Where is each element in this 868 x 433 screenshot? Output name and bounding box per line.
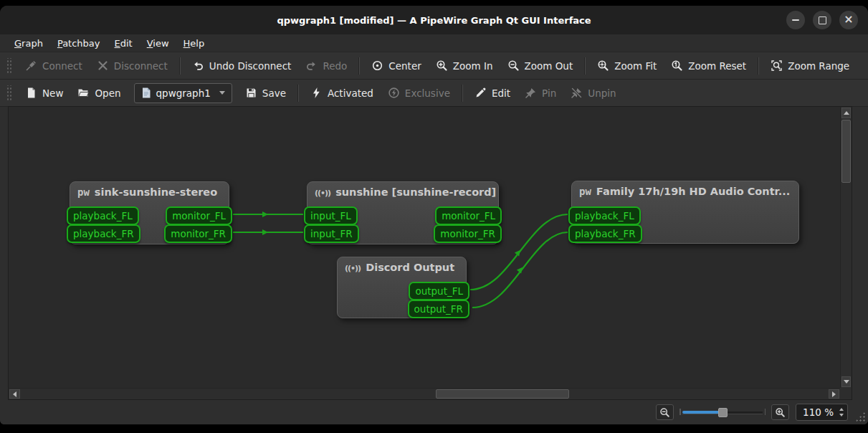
new-button[interactable]: New — [18, 83, 70, 103]
port-playback_FR[interactable]: playback_FR — [568, 224, 642, 243]
node-family-hd-audio[interactable]: Family 17h/19h HD Audio Contr... playbac… — [571, 181, 799, 244]
minimize-button[interactable] — [786, 11, 805, 29]
vertical-scrollbar[interactable] — [840, 107, 852, 388]
port-playback_FR[interactable]: playback_FR — [67, 224, 140, 243]
center-label: Center — [388, 60, 421, 72]
connect-button[interactable]: Connect — [18, 56, 90, 75]
toolbar-separator — [358, 57, 360, 75]
zoom-in-label: Zoom In — [453, 60, 493, 72]
toolbar-separator — [462, 85, 463, 102]
port-output_FL[interactable]: output_FL — [409, 282, 469, 300]
zoom-slider-handle[interactable] — [718, 408, 728, 417]
node-title: Family 17h/19h HD Audio Contr... — [596, 186, 790, 197]
arrow-right-icon — [832, 391, 836, 397]
connect-label: Connect — [42, 60, 82, 72]
statusbar: 110 % — [0, 400, 868, 424]
edit-button[interactable]: Edit — [467, 83, 518, 103]
exclusive-label: Exclusive — [405, 87, 450, 99]
menu-edit[interactable]: Edit — [108, 37, 140, 50]
port-monitor_FR[interactable]: monitor_FR — [434, 224, 502, 243]
statusbar-zoom-out-button[interactable] — [656, 404, 674, 420]
disconnect-icon — [97, 60, 109, 72]
scroll-left-button[interactable] — [9, 389, 20, 399]
zoom-out-label: Zoom Out — [525, 60, 573, 72]
maximize-button[interactable] — [813, 11, 831, 29]
patchbay-file-icon — [141, 87, 151, 98]
stream-icon — [345, 262, 361, 273]
zoom-spinbox[interactable]: 110 % — [796, 404, 848, 421]
scrollbar-corner — [840, 388, 852, 399]
horizontal-scrollbar[interactable] — [9, 388, 840, 399]
menu-patchbay[interactable]: Patchbay — [50, 37, 108, 50]
toolbar-graph: Connect Disconnect Undo Disconnect Redo — [0, 52, 868, 80]
patchbay-profile-select[interactable]: qpwgraph1 — [134, 83, 232, 103]
menu-view[interactable]: View — [140, 37, 176, 50]
port-monitor_FR[interactable]: monitor_FR — [164, 224, 232, 243]
center-button[interactable]: Center — [364, 56, 428, 75]
scroll-down-button[interactable] — [841, 376, 851, 387]
node-sunshine[interactable]: sunshine [sunshine-record] input_FL inpu… — [307, 181, 499, 244]
node-discord-output[interactable]: Discord Output output_FL output_FR — [337, 257, 467, 318]
zoom-range-label: Zoom Range — [788, 60, 849, 72]
disconnect-button[interactable]: Disconnect — [90, 56, 175, 75]
wire-arrow — [515, 248, 523, 256]
port-output_FR[interactable]: output_FR — [408, 300, 469, 318]
activated-bolt-icon — [310, 87, 323, 99]
open-folder-icon — [77, 87, 90, 99]
spin-up-icon[interactable] — [839, 408, 844, 411]
save-button[interactable]: Save — [238, 83, 293, 103]
zoom-range-icon — [771, 60, 783, 72]
exclusive-button[interactable]: Exclusive — [381, 83, 457, 103]
horizontal-scrollbar-thumb[interactable] — [436, 389, 569, 399]
zoom-reset-button[interactable]: Zoom Reset — [664, 56, 753, 75]
port-input_FR[interactable]: input_FR — [304, 224, 359, 243]
arrow-up-icon — [844, 111, 849, 115]
scroll-right-button[interactable] — [829, 389, 839, 399]
save-label: Save — [262, 87, 286, 99]
zoom-out-button[interactable]: Zoom Out — [500, 56, 581, 75]
window-title: qpwgraph1 [modified] — A PipeWire Graph … — [277, 15, 591, 26]
close-button[interactable]: × — [839, 11, 858, 29]
undo-disconnect-button[interactable]: Undo Disconnect — [185, 56, 299, 75]
menu-help[interactable]: Help — [176, 37, 212, 50]
zoom-slider[interactable] — [680, 406, 765, 419]
window-controls: × — [786, 11, 858, 29]
toolbar-drag-handle[interactable] — [6, 85, 11, 101]
toolbar-separator — [179, 57, 181, 75]
statusbar-zoom-in-button[interactable] — [771, 404, 789, 420]
port-playback_FL[interactable]: playback_FL — [568, 206, 641, 225]
unpin-button[interactable]: Unpin — [563, 83, 623, 103]
port-monitor_FL[interactable]: monitor_FL — [166, 206, 232, 225]
graph-canvas[interactable]: sink-sunshine-stereo playback_FL playbac… — [9, 107, 840, 388]
zoom-fit-button[interactable]: Zoom Fit — [590, 56, 664, 75]
arrow-down-icon — [844, 380, 849, 384]
titlebar[interactable]: qpwgraph1 [modified] — A PipeWire Graph … — [0, 6, 868, 34]
new-file-icon — [25, 87, 37, 99]
exclusive-bolt-icon — [388, 87, 400, 99]
activated-button[interactable]: Activated — [303, 83, 381, 103]
menu-graph[interactable]: Graph — [7, 37, 50, 50]
zoom-in-button[interactable]: Zoom In — [429, 56, 500, 75]
connect-icon — [25, 60, 37, 72]
toolbar-separator — [758, 57, 759, 75]
zoom-range-button[interactable]: Zoom Range — [763, 56, 857, 75]
port-monitor_FL[interactable]: monitor_FL — [435, 206, 502, 225]
redo-button[interactable]: Redo — [298, 56, 354, 75]
toolbar-drag-handle[interactable] — [6, 58, 11, 74]
port-input_FL[interactable]: input_FL — [304, 206, 358, 225]
arrow-left-icon — [13, 391, 16, 397]
chevron-down-icon — [219, 91, 225, 95]
patchbay-profile-value: qpwgraph1 — [156, 87, 211, 99]
unpin-icon — [571, 87, 583, 99]
spin-down-icon[interactable] — [839, 414, 844, 417]
undo-disconnect-label: Undo Disconnect — [209, 60, 292, 72]
vertical-scrollbar-thumb[interactable] — [841, 120, 851, 183]
open-button[interactable]: Open — [70, 83, 128, 103]
scroll-up-button[interactable] — [841, 108, 851, 118]
pin-button[interactable]: Pin — [518, 83, 563, 103]
node-sink-sunshine-stereo[interactable]: sink-sunshine-stereo playback_FL playbac… — [70, 181, 229, 244]
node-title: sunshine [sunshine-record] — [335, 186, 496, 198]
port-playback_FL[interactable]: playback_FL — [67, 206, 139, 225]
node-header: sunshine [sunshine-record] — [307, 182, 498, 198]
zoom-value: 110 % — [803, 406, 834, 418]
